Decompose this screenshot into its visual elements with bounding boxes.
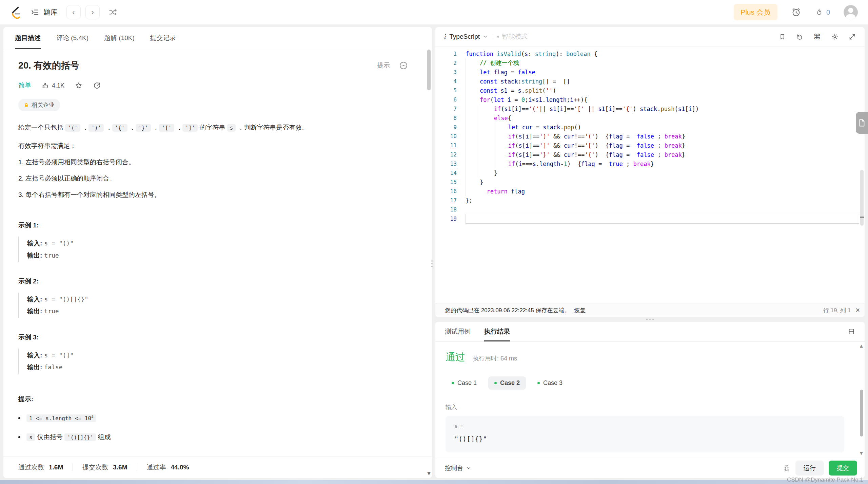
timer-icon[interactable] bbox=[791, 7, 801, 17]
chevron-down-icon bbox=[483, 35, 487, 38]
hint-link[interactable]: 提示 bbox=[377, 61, 390, 70]
hint-item-1: 1 <= s.length <= 104 bbox=[18, 414, 413, 422]
problem-title: 20. 有效的括号 bbox=[18, 59, 79, 72]
debug-bug-icon[interactable] bbox=[783, 464, 791, 472]
leetcode-logo-icon[interactable] bbox=[10, 6, 22, 19]
example-2-block: 输入:s = "()[]{}" 输出:true bbox=[18, 293, 413, 318]
panel-resize-handle[interactable] bbox=[431, 260, 433, 267]
condition-1: 1. 左括号必须用相同类型的右括号闭合。 bbox=[18, 158, 413, 167]
restore-link[interactable]: 恢复 bbox=[574, 306, 586, 314]
submissions-stat: 提交次数3.6M bbox=[82, 463, 127, 472]
language-icon: i bbox=[444, 33, 446, 40]
problem-panel: 题目描述 评论 (5.4K) 题解 (10K) 提交记录 20. 有效的括号 提… bbox=[3, 27, 432, 478]
plus-member-button[interactable]: Plus 会员 bbox=[734, 4, 777, 20]
autosave-note: 您的代码已在 2023.09.06 22:22:45 保存在云端。 bbox=[445, 306, 570, 314]
accepted-stat: 通过次数1.6M bbox=[18, 463, 63, 472]
star-icon[interactable] bbox=[75, 81, 83, 90]
example-3-block: 输入:s = "(]" 输出:false bbox=[18, 349, 413, 374]
left-scrollbar-thumb[interactable] bbox=[427, 50, 431, 90]
valid-intro: 有效字符串需满足： bbox=[18, 142, 413, 150]
console-toggle[interactable]: 控制台 bbox=[445, 464, 471, 472]
results-tabs: 测试用例 执行结果 bbox=[435, 322, 865, 342]
lock-icon bbox=[24, 103, 29, 108]
results-panel: 测试用例 执行结果 通过 执行用时: 64 ms Case 1 Case 2 C… bbox=[435, 322, 865, 478]
results-scrollbar-up-arrow[interactable]: ▲ bbox=[860, 343, 863, 348]
hints-title: 提示: bbox=[18, 395, 413, 404]
console-bar: 控制台 运行 提交 bbox=[435, 458, 865, 478]
left-scrollbar-down-arrow[interactable]: ▼ bbox=[427, 471, 431, 476]
avatar[interactable] bbox=[844, 5, 858, 19]
daily-streak[interactable]: 0 bbox=[815, 8, 830, 17]
company-tag-label: 相关企业 bbox=[32, 101, 55, 109]
shuffle-icon[interactable] bbox=[108, 8, 117, 17]
condition-2: 2. 左括号必须以正确的顺序闭合。 bbox=[18, 174, 413, 183]
chevron-down-icon bbox=[467, 467, 471, 469]
streak-count: 0 bbox=[826, 8, 830, 16]
run-button[interactable]: 运行 bbox=[795, 461, 824, 476]
close-icon[interactable]: × bbox=[855, 306, 860, 314]
tab-solutions[interactable]: 题解 (10K) bbox=[104, 27, 135, 49]
next-problem-button[interactable]: › bbox=[85, 5, 100, 19]
problem-list-icon bbox=[31, 8, 39, 17]
case-1-button[interactable]: Case 1 bbox=[446, 376, 483, 390]
tab-run-result[interactable]: 执行结果 bbox=[484, 322, 510, 341]
case-2-button[interactable]: Case 2 bbox=[488, 376, 526, 390]
problem-tabs: 题目描述 评论 (5.4K) 题解 (10K) 提交记录 bbox=[3, 27, 432, 49]
autosave-bar: 您的代码已在 2023.09.06 22:22:45 保存在云端。 恢复 行 1… bbox=[435, 303, 865, 317]
param-value: "()[]{}" bbox=[454, 435, 835, 443]
notes-flyout-tab[interactable] bbox=[856, 112, 868, 134]
tab-submissions[interactable]: 提交记录 bbox=[150, 27, 176, 49]
submit-button[interactable]: 提交 bbox=[829, 461, 857, 476]
problem-list-link[interactable]: 题库 bbox=[31, 7, 58, 17]
result-runtime: 执行用时: 64 ms bbox=[473, 354, 517, 362]
more-options-icon[interactable] bbox=[399, 61, 408, 70]
problem-stats-bar: 通过次数1.6M 提交次数3.6M 通过率44.0% bbox=[3, 457, 432, 478]
cursor-position: 行 19, 列 1 bbox=[823, 306, 851, 314]
results-scrollbar-down-arrow[interactable]: ▼ bbox=[860, 451, 863, 455]
example-1-block: 输入:s = "()" 输出:true bbox=[18, 237, 413, 262]
editor-toolbar: i TypeScript 智能模式 ⌘ bbox=[435, 27, 865, 46]
editor-overview-ruler-mark bbox=[860, 217, 864, 218]
tab-testcases[interactable]: 测试用例 bbox=[445, 322, 471, 341]
like-button[interactable]: 4.1K bbox=[41, 82, 64, 90]
language-selector[interactable]: i TypeScript bbox=[444, 33, 487, 40]
case-buttons: Case 1 Case 2 Case 3 bbox=[446, 376, 854, 390]
result-status: 通过 bbox=[446, 351, 465, 364]
tab-comments[interactable]: 评论 (5.4K) bbox=[56, 27, 88, 49]
results-scrollbar-thumb[interactable] bbox=[860, 390, 863, 436]
difficulty-badge: 简单 bbox=[18, 81, 31, 90]
company-tag[interactable]: 相关企业 bbox=[18, 99, 60, 111]
reset-code-icon[interactable] bbox=[796, 33, 803, 40]
code-editor-panel: i TypeScript 智能模式 ⌘ bbox=[435, 27, 865, 303]
problem-list-label: 题库 bbox=[43, 7, 58, 17]
bookmark-icon[interactable] bbox=[779, 33, 786, 40]
top-navbar: 题库 ‹ › Plus 会员 0 bbox=[0, 0, 868, 24]
smart-mode-toggle[interactable]: 智能模式 bbox=[497, 32, 528, 41]
example-3-label: 示例 3: bbox=[18, 333, 413, 342]
panel-layout-icon[interactable] bbox=[848, 328, 855, 335]
language-label: TypeScript bbox=[449, 33, 480, 40]
document-icon bbox=[858, 119, 866, 127]
example-2-label: 示例 2: bbox=[18, 277, 413, 286]
horizontal-resize-handle[interactable] bbox=[435, 317, 865, 322]
shortcuts-icon[interactable]: ⌘ bbox=[813, 33, 821, 41]
hint-item-2: s 仅由括号 '()[]{}' 组成 bbox=[18, 433, 413, 442]
input-label: 输入 bbox=[446, 403, 854, 411]
fullscreen-icon[interactable] bbox=[849, 33, 856, 40]
main-area: 题目描述 评论 (5.4K) 题解 (10K) 提交记录 20. 有效的括号 提… bbox=[0, 24, 868, 480]
param-name: s = bbox=[454, 423, 835, 429]
case-input-box: s = "()[]{}" bbox=[446, 416, 844, 452]
background-window-strip bbox=[0, 480, 868, 484]
acceptance-rate-stat: 通过率44.0% bbox=[147, 463, 189, 472]
flame-icon bbox=[815, 8, 824, 17]
watermark: CSDN @Dynamite Pack No.1 bbox=[787, 477, 863, 483]
thumbs-up-icon bbox=[41, 82, 49, 90]
prev-problem-button[interactable]: ‹ bbox=[66, 5, 81, 19]
example-1-label: 示例 1: bbox=[18, 221, 413, 230]
case-3-button[interactable]: Case 3 bbox=[531, 376, 569, 390]
share-icon[interactable] bbox=[93, 81, 101, 90]
tab-description[interactable]: 题目描述 bbox=[15, 27, 41, 49]
settings-gear-icon[interactable] bbox=[831, 33, 839, 40]
condition-3: 3. 每个右括号都有一个对应的相同类型的左括号。 bbox=[18, 190, 413, 199]
code-editor[interactable]: 1function isValid(s: string): boolean {2… bbox=[435, 46, 865, 223]
